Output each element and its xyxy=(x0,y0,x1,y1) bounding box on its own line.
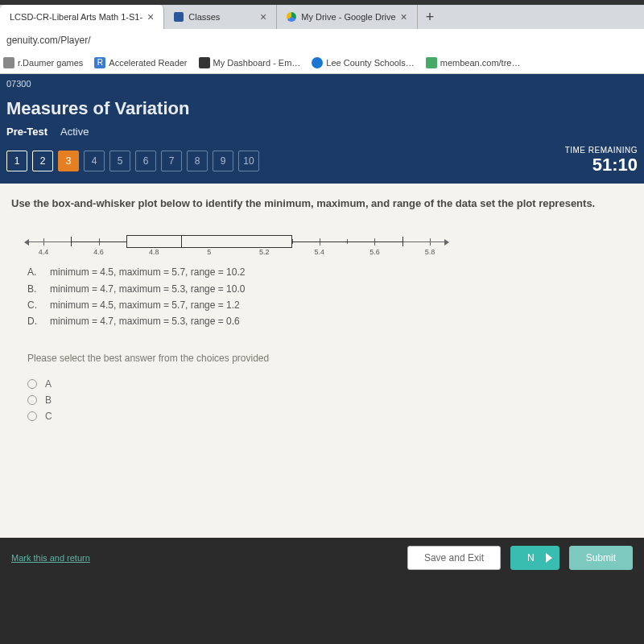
tab-classes[interactable]: Classes × xyxy=(164,5,277,29)
subnav: Pre-Test Active xyxy=(6,126,638,138)
url-text: genuity.com/Player/ xyxy=(6,35,91,46)
footer: Mark this and return Save and Exit N Sub… xyxy=(0,538,644,578)
radio-icon xyxy=(27,395,37,405)
choice-c[interactable]: C xyxy=(27,411,633,422)
close-icon[interactable]: × xyxy=(401,10,407,23)
bookmark-item[interactable]: RAccelerated Reader xyxy=(94,57,187,68)
question-nav-6[interactable]: 6 xyxy=(135,151,156,171)
bookmark-icon: R xyxy=(94,57,105,68)
question-nav-3[interactable]: 3 xyxy=(58,151,79,171)
question-nav-10[interactable]: 10 xyxy=(238,151,259,171)
new-tab-button[interactable]: + xyxy=(418,5,443,29)
tab-title: My Drive - Google Drive xyxy=(301,12,395,22)
box-plot: 4.44.64.855.25.45.65.8 xyxy=(27,227,633,256)
mark-return-link[interactable]: Mark this and return xyxy=(11,553,90,563)
bookmark-item[interactable]: r.Daumer games xyxy=(3,57,83,68)
question-nav-4[interactable]: 4 xyxy=(84,151,105,171)
timer-value: 51:10 xyxy=(565,155,638,175)
radio-icon xyxy=(27,379,37,389)
quiz-header: 07300 Measures of Variation Pre-Test Act… xyxy=(0,74,644,184)
question-nav-1[interactable]: 1 xyxy=(6,151,27,171)
drive-icon xyxy=(287,12,296,22)
tab-active[interactable]: LCSD-CR-Liberal Arts Math 1-S1- × xyxy=(0,5,164,29)
close-icon[interactable]: × xyxy=(147,10,154,23)
answer-option: C.minimum = 4.5, maximum = 5.7, range = … xyxy=(27,297,633,313)
question-nav-9[interactable]: 9 xyxy=(213,151,233,171)
bookmark-icon xyxy=(3,57,14,68)
url-bar[interactable]: genuity.com/Player/ xyxy=(0,29,644,52)
tab-drive[interactable]: My Drive - Google Drive × xyxy=(277,5,418,29)
save-exit-button[interactable]: Save and Exit xyxy=(407,546,501,570)
answer-option: B.minimum = 4.7, maximum = 5.3, range = … xyxy=(27,281,633,297)
question-nav-5[interactable]: 5 xyxy=(109,151,130,171)
classroom-icon xyxy=(174,12,184,22)
submit-button[interactable]: Submit xyxy=(569,546,633,570)
instruction: Please select the best answer from the c… xyxy=(27,353,633,364)
course-code: 07300 xyxy=(6,79,638,89)
question-nav-2[interactable]: 2 xyxy=(32,151,53,171)
answer-option: D.minimum = 4.7, maximum = 5.3, range = … xyxy=(27,313,633,329)
next-button[interactable]: N xyxy=(510,546,559,570)
tab-title: Classes xyxy=(188,12,220,22)
answer-option: A.minimum = 4.5, maximum = 5.7, range = … xyxy=(27,264,633,280)
tab-title: LCSD-CR-Liberal Arts Math 1-S1- xyxy=(10,12,142,22)
question-nav-7[interactable]: 7 xyxy=(161,151,182,171)
bookmark-icon xyxy=(426,57,437,68)
question-prompt: Use the box-and-whisker plot below to id… xyxy=(11,196,633,211)
bookmark-item[interactable]: My Dashboard - Em… xyxy=(199,57,301,68)
browser-tab-strip: LCSD-CR-Liberal Arts Math 1-S1- × Classe… xyxy=(0,0,644,29)
choice-a[interactable]: A xyxy=(27,378,633,390)
bookmarks-bar: r.Daumer games RAccelerated Reader My Da… xyxy=(0,52,644,74)
subnav-pretest[interactable]: Pre-Test xyxy=(6,126,47,138)
choice-b[interactable]: B xyxy=(27,394,633,406)
close-icon[interactable]: × xyxy=(260,10,266,23)
subnav-active[interactable]: Active xyxy=(60,126,89,138)
page-title: Measures of Variation xyxy=(6,98,638,119)
timer: TIME REMAINING 51:10 xyxy=(565,146,638,175)
bookmark-icon xyxy=(199,57,210,68)
bookmark-icon xyxy=(312,57,323,68)
radio-icon xyxy=(27,411,37,421)
question-nav: 12345678910 xyxy=(6,151,259,171)
question-nav-8[interactable]: 8 xyxy=(187,151,208,171)
question-card: Use the box-and-whisker plot below to id… xyxy=(0,184,644,538)
bookmark-item[interactable]: Lee County Schools… xyxy=(312,57,414,68)
choice-list: ABC xyxy=(27,378,633,422)
answer-list: A.minimum = 4.5, maximum = 5.7, range = … xyxy=(27,264,633,330)
timer-label: TIME REMAINING xyxy=(565,146,638,155)
bookmark-item[interactable]: membean.com/tre… xyxy=(426,57,521,68)
